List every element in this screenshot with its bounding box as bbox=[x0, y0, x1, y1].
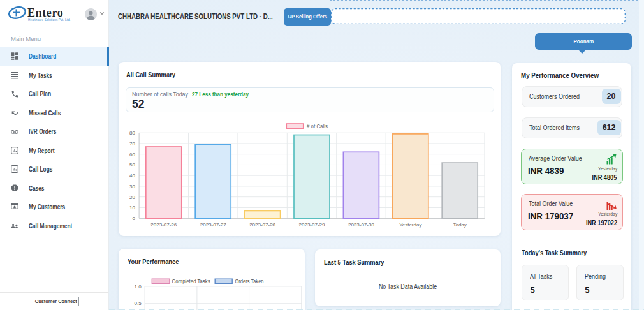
svg-text:2023-07-29: 2023-07-29 bbox=[299, 222, 325, 228]
svg-text:20: 20 bbox=[129, 195, 135, 200]
svg-text:2023-07-30: 2023-07-30 bbox=[348, 222, 374, 228]
svg-text:50: 50 bbox=[129, 162, 135, 168]
svg-text:70: 70 bbox=[129, 141, 135, 147]
svg-text:Today: Today bbox=[453, 222, 467, 228]
svg-text:40: 40 bbox=[129, 173, 135, 179]
svg-text:Completed Tasks: Completed Tasks bbox=[172, 278, 210, 284]
svg-text:80: 80 bbox=[129, 130, 135, 136]
svg-text:0.5: 0.5 bbox=[135, 300, 142, 306]
svg-text:Yesterday: Yesterday bbox=[399, 222, 421, 228]
svg-text:2023-07-28: 2023-07-28 bbox=[249, 222, 275, 228]
svg-text:60: 60 bbox=[129, 152, 135, 158]
svg-text:# of Calls: # of Calls bbox=[307, 123, 328, 129]
svg-text:Orders Taken: Orders Taken bbox=[235, 278, 264, 284]
svg-text:2023-07-27: 2023-07-27 bbox=[200, 222, 226, 228]
svg-text:30: 30 bbox=[129, 184, 135, 189]
svg-text:1.0: 1.0 bbox=[135, 284, 142, 290]
svg-text:10: 10 bbox=[129, 205, 135, 210]
svg-text:0: 0 bbox=[133, 216, 136, 221]
svg-text:2023-07-26: 2023-07-26 bbox=[150, 222, 177, 228]
